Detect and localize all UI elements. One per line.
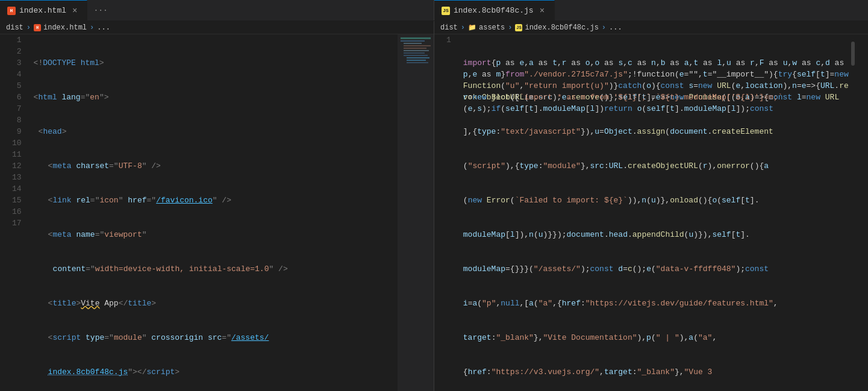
tab-row: H index.html × ··· JS index.8cb0f48c.js … bbox=[0, 0, 868, 21]
right-editor-pane: dist › 📁 assets › JS index.8cb0f48c.js ›… bbox=[434, 21, 868, 391]
left-editor-pane: dist › H index.html › ... 12345 678910 1… bbox=[0, 21, 434, 391]
svg-rect-10 bbox=[407, 62, 428, 63]
right-breadcrumb: dist › 📁 assets › JS index.8cb0f48c.js ›… bbox=[434, 21, 868, 34]
tab-label-html: index.html bbox=[19, 6, 66, 15]
svg-rect-9 bbox=[407, 60, 426, 61]
left-minimap bbox=[398, 34, 434, 391]
left-code-area[interactable]: 12345 678910 1112131415 1617 <!DOCTYPE h… bbox=[0, 34, 434, 391]
breadcrumb-ellipsis-left: ... bbox=[97, 23, 110, 32]
js-icon: JS bbox=[442, 7, 450, 15]
minimap-preview bbox=[398, 34, 434, 275]
tab-index-html[interactable]: H index.html × bbox=[0, 0, 87, 20]
right-tab-area: JS index.8cb0f48c.js × bbox=[434, 0, 868, 20]
tab-label-js: index.8cb0f48c.js bbox=[454, 6, 534, 15]
breadcrumb-folder-icon: 📁 bbox=[468, 23, 476, 31]
left-breadcrumb: dist › H index.html › ... bbox=[0, 21, 434, 34]
left-tab-area: H index.html × ··· bbox=[0, 0, 434, 20]
breadcrumb-assets: assets bbox=[479, 23, 505, 32]
svg-rect-5 bbox=[404, 50, 429, 51]
breadcrumb-dist-right: dist bbox=[440, 23, 458, 32]
scrollbar-thumb[interactable] bbox=[851, 42, 855, 66]
svg-rect-3 bbox=[404, 45, 431, 46]
right-code-content: import{p as e,a as t,r as o,o as s,c as … bbox=[457, 34, 849, 391]
editors-area: dist › H index.html › ... 12345 678910 1… bbox=[0, 21, 868, 391]
right-code-area[interactable]: 1 import{p as e,a as t,r as o,o as s,c a… bbox=[434, 34, 868, 391]
right-line-numbers: 1 bbox=[434, 34, 457, 391]
svg-rect-6 bbox=[404, 52, 425, 54]
breadcrumb-html-icon: H bbox=[34, 24, 41, 31]
svg-rect-1 bbox=[401, 40, 425, 42]
svg-rect-2 bbox=[404, 43, 422, 44]
tab-close-html[interactable]: × bbox=[70, 5, 80, 17]
breadcrumb-js-icon: JS bbox=[515, 24, 522, 31]
html-icon: H bbox=[7, 7, 16, 15]
tab-index-js[interactable]: JS index.8cb0f48c.js × bbox=[434, 0, 555, 20]
breadcrumb-file-left: index.html bbox=[43, 23, 87, 32]
right-scrollbar[interactable] bbox=[849, 34, 857, 391]
tab-close-js[interactable]: × bbox=[537, 5, 547, 17]
svg-rect-8 bbox=[407, 57, 429, 58]
breadcrumb-file-right: index.8cb0f48c.js bbox=[525, 23, 598, 32]
svg-rect-7 bbox=[404, 55, 428, 56]
left-code-content: <!DOCTYPE html> <html lang="en"> <head> … bbox=[28, 34, 398, 391]
svg-rect-4 bbox=[404, 48, 426, 49]
left-line-numbers: 12345 678910 1112131415 1617 bbox=[0, 34, 28, 391]
breadcrumb-dist-left: dist bbox=[6, 23, 23, 32]
svg-rect-0 bbox=[401, 37, 431, 39]
breadcrumb-ellipsis-right: ... bbox=[609, 23, 622, 32]
tab-more-left[interactable]: ··· bbox=[87, 0, 113, 20]
